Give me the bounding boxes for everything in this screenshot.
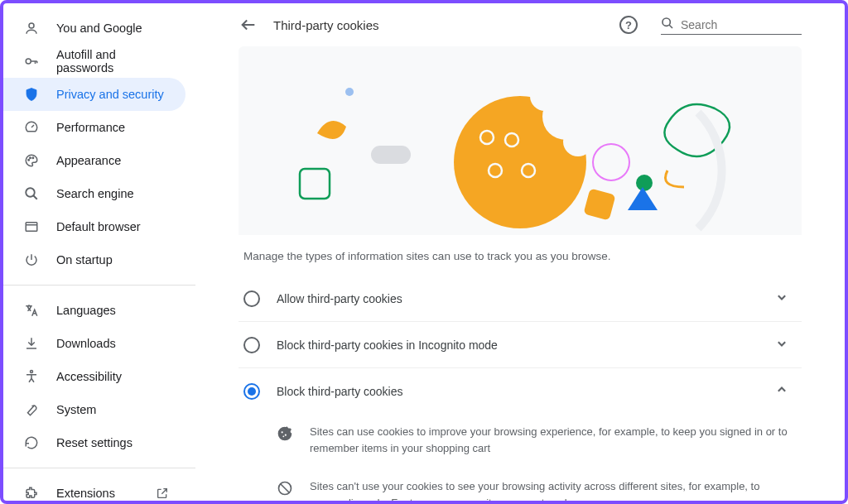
svg-point-7 [31,371,33,373]
search-input[interactable] [681,18,802,31]
option-label: Block third-party cookies in Incognito m… [277,338,757,352]
svg-point-14 [530,81,560,111]
detail-text: Sites can't use your cookies to see your… [310,478,797,501]
reset-icon [23,434,40,451]
palette-icon [23,152,40,169]
sidebar-item-autofill[interactable]: Autofill and passwords [3,45,186,78]
sidebar-item-label: You and Google [56,22,142,35]
cookie-option-block[interactable]: Block third-party cookies [238,368,802,414]
help-button[interactable]: ? [619,16,638,34]
sidebar-item-downloads[interactable]: Downloads [3,327,186,360]
svg-point-9 [345,88,354,96]
extension-icon [23,485,40,501]
power-icon [23,252,40,268]
svg-point-24 [285,434,287,436]
sidebar-divider [3,285,195,286]
svg-point-23 [282,431,283,433]
sidebar-item-system[interactable]: System [3,393,186,426]
sidebar-item-accessibility[interactable]: Accessibility [3,360,186,393]
sidebar-item-label: Accessibility [56,370,122,383]
svg-point-2 [28,160,30,161]
sidebar-item-on-startup[interactable]: On startup [3,243,186,276]
svg-point-4 [32,157,34,159]
open-external-icon [154,485,171,501]
page-header: Third-party cookies ? [238,3,802,46]
browser-icon [23,218,40,235]
sidebar-item-performance[interactable]: Performance [3,111,186,144]
shield-icon [23,86,40,103]
settings-sidebar[interactable]: You and Google Autofill and passwords Pr… [3,3,195,501]
svg-rect-22 [583,188,615,220]
cookie-option-allow[interactable]: Allow third-party cookies [238,276,802,322]
chevron-down-icon[interactable] [773,335,790,354]
cookie-icon [277,425,293,442]
sidebar-item-label: Privacy and security [56,88,164,101]
sidebar-item-label: Default browser [56,220,141,233]
download-icon [23,335,40,352]
accessibility-icon [23,368,40,385]
sidebar-item-default-browser[interactable]: Default browser [3,210,186,243]
svg-point-0 [29,23,34,28]
hero-illustration [238,46,802,235]
sidebar-item-reset[interactable]: Reset settings [3,426,186,459]
sidebar-item-label: System [56,403,96,416]
option-label: Block third-party cookies [277,385,757,398]
svg-point-1 [26,59,31,64]
block-icon [277,480,293,497]
sidebar-item-languages[interactable]: Languages [3,294,186,327]
svg-point-21 [636,175,653,191]
sidebar-item-label: Extensions [56,487,115,500]
svg-point-5 [26,188,35,197]
sidebar-item-label: On startup [56,253,113,266]
back-button[interactable] [238,15,258,35]
search-icon [661,17,674,32]
sidebar-item-label: Reset settings [56,436,132,449]
main-content[interactable]: Third-party cookies ? [195,3,845,501]
cookie-option-block-incognito[interactable]: Block third-party cookies in Incognito m… [238,322,802,368]
wrench-icon [23,401,40,418]
svg-point-8 [662,18,670,26]
option-label: Allow third-party cookies [277,292,757,305]
radio-icon [243,290,260,307]
detail-item-cookies-allowed: Sites can use cookies to improve your br… [238,414,802,468]
sidebar-item-you-and-google[interactable]: You and Google [3,12,186,45]
sidebar-item-extensions[interactable]: Extensions [3,477,186,501]
sidebar-item-label: Performance [56,121,125,134]
svg-point-20 [593,144,629,180]
sidebar-item-label: Appearance [56,154,121,167]
svg-rect-6 [26,223,37,232]
speedometer-icon [23,119,40,136]
detail-text: Sites can use cookies to improve your br… [310,424,797,457]
search-field[interactable] [661,15,802,35]
sidebar-item-label: Autofill and passwords [56,48,171,74]
sidebar-item-search-engine[interactable]: Search engine [3,177,186,210]
page-title: Third-party cookies [273,18,605,32]
svg-point-15 [563,127,593,156]
sidebar-item-label: Search engine [56,187,134,200]
svg-rect-10 [371,146,411,164]
svg-point-25 [282,435,284,437]
sidebar-item-privacy[interactable]: Privacy and security [3,78,186,111]
key-icon [23,53,40,70]
chevron-down-icon[interactable] [773,289,790,308]
svg-rect-11 [300,169,330,199]
sidebar-divider [3,468,195,468]
radio-icon [243,337,260,353]
radio-icon [243,383,260,400]
section-description: Manage the types of information sites ca… [243,250,802,262]
sidebar-item-appearance[interactable]: Appearance [3,144,186,177]
chevron-up-icon[interactable] [773,382,790,401]
search-icon [23,185,40,202]
sidebar-item-label: Languages [56,304,116,317]
translate-icon [23,302,40,319]
person-icon [23,20,40,36]
svg-point-3 [30,157,31,159]
sidebar-item-label: Downloads [56,337,116,350]
detail-item-cookies-blocked: Sites can't use your cookies to see your… [238,468,802,501]
